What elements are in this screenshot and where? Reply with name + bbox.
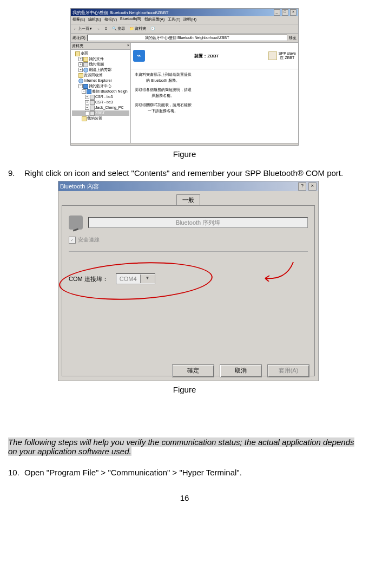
name-field-row: Bluetooth 序列埠 — [69, 215, 308, 230]
tree-ie[interactable]: Internet Explorer — [72, 78, 129, 83]
step-9: 9. Right click on icon and select "Conte… — [8, 168, 361, 178]
back-button[interactable]: ← 上一頁 ▾ — [73, 26, 93, 31]
go-button[interactable]: 移至 — [289, 35, 296, 41]
ok-button[interactable]: 確定 — [172, 364, 214, 377]
secure-checkbox[interactable]: ✓ — [69, 237, 76, 244]
folders-button[interactable]: 📁 資料夾 — [128, 26, 147, 31]
address-input[interactable]: 我的藍牙中心\整個 Bluetooth Neighborhood\ZBBT — [87, 35, 287, 41]
menu-edit[interactable]: 編輯(E) — [88, 17, 101, 23]
close-button[interactable]: × — [290, 9, 296, 16]
pane-close-icon[interactable]: × — [127, 43, 129, 49]
tree-mydocs[interactable]: +我的文件 — [72, 56, 129, 62]
toolbar: ← 上一頁 ▾ → ↥ 🔍 搜尋 📁 資料夾 🕘 — [71, 24, 298, 34]
address-label: 網址(D) — [73, 35, 85, 41]
secure-checkbox-label: 安全連線 — [78, 236, 100, 244]
folder-tree[interactable]: 桌面 +我的文件 +我的電腦 +網路上的芳鄰 資源回收筒 Internet Ex… — [71, 50, 130, 143]
tab-general[interactable]: 一般 — [176, 194, 200, 205]
tab-body: Bluetooth 序列埠 ✓ 安全連線 COM 連接埠： COM4 ▼ — [62, 205, 315, 376]
main-area: 資料夾× 桌面 +我的文件 +我的電腦 +網路上的芳鄰 資源回收筒 Intern… — [71, 43, 298, 143]
step-9-number: 9. — [8, 168, 24, 178]
menu-file[interactable]: 檔案(E) — [73, 17, 85, 23]
status-text: 正在連接前使用虛擬 COM 連接埠的 4 到 ZBBT — [73, 145, 151, 146]
step-10: 10. Open "Program File" > "Communication… — [8, 468, 361, 477]
status-bar: 正在連接前使用虛擬 COM 連接埠的 4 到 ZBBT — [71, 143, 298, 146]
apply-button[interactable]: 套用(A) — [267, 364, 309, 377]
explorer-window: 我的藍牙中心\整個 Bluetooth Neighborhood\ZBBT _ … — [70, 8, 299, 146]
tree-mydev[interactable]: 我的裝置 — [72, 116, 129, 121]
step-10-text: Open "Program File" > "Communication" > … — [24, 468, 361, 477]
cancel-button[interactable]: 取消 — [220, 364, 262, 377]
history-button[interactable]: 🕘 — [149, 27, 156, 31]
tree-jack[interactable]: +Jack_Cheng_PC — [72, 105, 129, 110]
menu-help[interactable]: 說明(H) — [183, 17, 196, 23]
content-panel: ⌁ 裝置：ZBBT SPP slave 在 ZBBT 本資料夾會顯示上列遠端裝置… — [131, 43, 298, 143]
figure-2-screenshot: Bluetooth 內容 ? × 一般 Bluetooth 序列埠 ✓ 安全連線… — [8, 181, 361, 383]
content-body: 本資料夾會顯示上列遠端裝置提供的 Bluetooth 服務。 要取得各個服務的簡… — [131, 69, 298, 143]
window-titlebar: 我的藍牙中心\整個 Bluetooth Neighborhood\ZBBT _ … — [71, 9, 298, 16]
close-button[interactable]: × — [308, 182, 317, 191]
step-9-text: Right click on icon and select "Contents… — [24, 168, 361, 178]
tree-network[interactable]: +網路上的芳鄰 — [72, 67, 129, 73]
tab-row: 一般 — [58, 191, 318, 205]
menu-bluetooth[interactable]: Bluetooth(B) — [120, 17, 141, 23]
folders-panel-title: 資料夾× — [71, 43, 130, 50]
fwd-button[interactable]: → — [95, 27, 101, 31]
device-info: 裝置：ZBBT — [148, 53, 265, 59]
note-block: The following steps will help you verify… — [8, 437, 361, 456]
address-bar: 網址(D) 我的藍牙中心\整個 Bluetooth Neighborhood\Z… — [71, 34, 298, 43]
tree-recycle[interactable]: 資源回收筒 — [72, 73, 129, 78]
tree-btcenter[interactable]: −我的藍牙中心 — [72, 83, 129, 89]
help-button[interactable]: ? — [298, 182, 306, 191]
tree-mycomp[interactable]: +我的電腦 — [72, 62, 129, 67]
content-header: ⌁ 裝置：ZBBT SPP slave 在 ZBBT — [131, 43, 298, 69]
window-title: 我的藍牙中心\整個 Bluetooth Neighborhood\ZBBT — [73, 10, 168, 16]
red-arrow-annotation — [261, 260, 295, 282]
content-text-3: 要取得關聯式功能表，請用右鍵按一下該服務名稱。 — [133, 102, 193, 114]
secure-checkbox-row: ✓ 安全連線 — [69, 236, 308, 244]
window-controls: _ □ × — [273, 9, 296, 16]
menu-tools[interactable]: 工具(T) — [168, 17, 180, 23]
content-text-2: 要取得各個服務的簡短說明，請選擇服務名稱。 — [133, 87, 193, 99]
menu-fav[interactable]: 我的最愛(A) — [144, 17, 164, 23]
page-number: 16 — [8, 493, 361, 502]
note-text: The following steps will help you verify… — [8, 437, 354, 456]
content-text-1: 本資料夾會顯示上列遠端裝置提供的 Bluetooth 服務。 — [133, 71, 193, 83]
properties-dialog: Bluetooth 內容 ? × 一般 Bluetooth 序列埠 ✓ 安全連線… — [58, 181, 319, 381]
figure-1-caption: Figure — [8, 149, 361, 159]
figure-2-caption: Figure — [8, 385, 361, 394]
tree-btneigh[interactable]: −整個 Bluetooth Neigh — [72, 89, 129, 94]
search-button[interactable]: 🔍 搜尋 — [111, 26, 126, 31]
red-highlight-ellipse — [58, 259, 213, 304]
name-field[interactable]: Bluetooth 序列埠 — [88, 217, 308, 228]
dialog-title: Bluetooth 內容 — [60, 182, 99, 191]
spp-slave-icon — [268, 51, 277, 60]
divider — [69, 251, 308, 252]
menu-bar: 檔案(E) 編輯(E) 檢視(V) Bluetooth(B) 我的最愛(A) 工… — [71, 16, 298, 24]
figure-1-screenshot: 我的藍牙中心\整個 Bluetooth Neighborhood\ZBBT _ … — [8, 8, 361, 147]
minimize-button[interactable]: _ — [274, 9, 280, 16]
bluetooth-icon: ⌁ — [133, 50, 145, 62]
serial-port-icon — [69, 215, 83, 230]
dialog-titlebar: Bluetooth 內容 ? × — [58, 181, 318, 191]
tree-csr1[interactable]: +CSR - bc3 — [72, 94, 129, 100]
tree-zbbt[interactable]: +ZBBT — [72, 110, 129, 116]
tree-desktop[interactable]: 桌面 — [72, 51, 129, 56]
tree-csr2[interactable]: +CSR - bc3 — [72, 100, 129, 105]
maximize-button[interactable]: □ — [282, 9, 288, 16]
dialog-controls: ? × — [298, 182, 317, 191]
dialog-buttons: 確定 取消 套用(A) — [62, 364, 315, 377]
folders-panel: 資料夾× 桌面 +我的文件 +我的電腦 +網路上的芳鄰 資源回收筒 Intern… — [71, 43, 131, 143]
step-10-number: 10. — [8, 468, 24, 477]
up-button[interactable]: ↥ — [103, 27, 109, 31]
spp-slave-block[interactable]: SPP slave 在 ZBBT — [268, 51, 296, 61]
menu-view[interactable]: 檢視(V) — [104, 17, 117, 23]
